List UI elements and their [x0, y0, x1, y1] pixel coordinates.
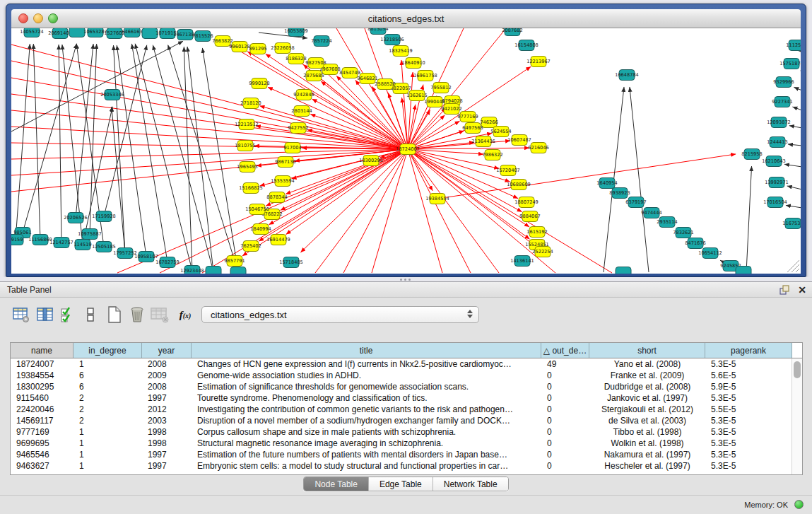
column-header-title[interactable]: title	[192, 343, 541, 358]
graph-node[interactable]: 15751874	[779, 59, 801, 69]
graph-node[interactable]: 9242848	[293, 90, 314, 100]
column-header-name[interactable]: name	[11, 343, 73, 358]
graph-node[interactable]: 13218506	[380, 35, 404, 45]
table-row[interactable]: 946554611997Estimation of the future num…	[11, 449, 802, 460]
graph-node[interactable]: 9990128	[249, 78, 269, 89]
graph-node[interactable]: 9646821	[357, 74, 377, 84]
graph-node[interactable]: 1112534	[786, 40, 801, 51]
graph-node[interactable]: 114519	[73, 240, 91, 250]
graph-node[interactable]	[616, 267, 631, 274]
function-builder-icon[interactable]: f(x)	[175, 305, 195, 325]
graph-node[interactable]: 1965493	[237, 162, 257, 173]
graph-node[interactable]: 9884067	[519, 211, 540, 222]
graph-node[interactable]: 16648784	[615, 70, 639, 81]
graph-node[interactable]: 2935114	[657, 217, 677, 228]
table-mode-icon[interactable]	[11, 305, 31, 325]
canvas-resize-grip[interactable]	[787, 260, 799, 272]
zoom-window-button[interactable]	[48, 13, 58, 23]
column-header-pagerank[interactable]: pagerank	[705, 343, 792, 358]
graph-node[interactable]: 7625402	[240, 241, 261, 252]
graph-node[interactable]: 16961758	[413, 71, 437, 81]
table-row[interactable]: 946362711997Embryonic stem cells: a mode…	[11, 460, 802, 472]
graph-node[interactable]: 1840994	[250, 224, 271, 235]
graph-node[interactable]: 8215958	[741, 149, 762, 160]
close-panel-icon[interactable]: ✕	[798, 284, 806, 296]
table-row[interactable]: 1456911722003Disruption of a novel membe…	[11, 415, 802, 426]
graph-node[interactable]	[206, 267, 221, 274]
graph-node[interactable]: 1810755	[235, 141, 255, 151]
graph-node[interactable]: 14055724	[20, 28, 44, 37]
delete-column-icon[interactable]	[127, 305, 147, 325]
delete-table-icon[interactable]	[150, 305, 170, 325]
graph-node[interactable]: 18300295	[359, 156, 383, 166]
graph-node[interactable]: 10654112	[698, 248, 722, 259]
column-header-in_degree[interactable]: in_degree	[73, 343, 142, 358]
graph-node[interactable]: 11156869	[28, 235, 52, 245]
graph-node[interactable]: 18807249	[514, 197, 539, 208]
graph-node[interactable]: 16154808	[514, 40, 539, 51]
graph-node[interactable]: 20053346	[100, 90, 124, 100]
graph-node[interactable]: 6379197	[625, 197, 646, 208]
graph-node[interactable]: 18325419	[389, 46, 413, 57]
graph-node[interactable]: 1244413	[767, 137, 787, 148]
graph-node[interactable]: 39159	[11, 235, 23, 245]
graph-node[interactable]: 15353594	[271, 176, 295, 187]
table-row[interactable]: 977716911998Corpus callosum shape and si…	[11, 426, 802, 438]
graph-node[interactable]: 8471676	[685, 238, 705, 249]
graph-node[interactable]: 17016504	[763, 197, 787, 208]
graph-node[interactable]: 9421022	[441, 104, 461, 115]
graph-node[interactable]: 16053809	[284, 28, 308, 37]
graph-node[interactable]: 8938923	[609, 188, 630, 199]
tab-edge-table[interactable]: Edge Table	[369, 477, 433, 491]
graph-node[interactable]: 8454749	[339, 68, 360, 78]
graph-node[interactable]: 14136141	[510, 256, 534, 267]
graph-node[interactable]: 16210643	[762, 156, 786, 167]
show-column-icon[interactable]	[35, 305, 55, 325]
table-row[interactable]: 1830029562008Estimation of significance …	[11, 381, 802, 392]
graph-node[interactable]: 9857791	[224, 256, 245, 267]
table-row[interactable]: 1938455462009Genome-wide association stu…	[11, 370, 802, 381]
graph-node[interactable]	[736, 267, 751, 274]
graph-node[interactable]: 1167531	[782, 218, 801, 229]
graph-node[interactable]: 6216046	[528, 143, 548, 153]
graph-node[interactable]: 2588520	[375, 79, 395, 90]
graph-node[interactable]: 2522254	[532, 247, 553, 257]
graph-node[interactable]: 2875685	[303, 71, 324, 81]
graph-node[interactable]: 23226058	[271, 43, 295, 54]
table-row[interactable]: 969969511998Structural magnetic resonanc…	[11, 438, 802, 449]
column-header-out_de[interactable]: △ out_de…	[541, 343, 589, 358]
graph-node[interactable]: 12505185	[92, 242, 116, 252]
table-row[interactable]: 1872400712008Changes of HCN gene express…	[11, 358, 802, 370]
graph-node[interactable]: 18640910	[401, 58, 425, 69]
graph-node[interactable]: 15720407	[496, 165, 520, 176]
tab-node-table[interactable]: Node Table	[304, 477, 369, 491]
graph-node[interactable]: 13992971	[765, 177, 789, 188]
graph-node[interactable]: 2087682	[502, 28, 522, 36]
graph-node[interactable]: 891295	[249, 44, 266, 54]
graph-node[interactable]: 1615192	[526, 227, 547, 238]
clear-selection-icon[interactable]	[81, 305, 100, 325]
graph-node[interactable]: 8878344	[266, 192, 287, 203]
table-row[interactable]: 2242004622012Investigating the contribut…	[11, 404, 802, 415]
graph-node[interactable]: 9227341	[772, 97, 792, 107]
graph-node[interactable]: 20691406	[48, 28, 72, 39]
graph-node[interactable]: 7832621	[673, 228, 693, 238]
graph-node[interactable]: 12142757	[49, 238, 73, 248]
graph-node[interactable]	[69, 28, 85, 37]
graph-node[interactable]: 5624554	[490, 127, 511, 137]
graph-node[interactable]: 12923448	[180, 266, 204, 274]
graph-node[interactable]: 9474444	[641, 208, 661, 218]
graph-node[interactable]: 7955812	[430, 83, 451, 93]
graph-node[interactable]: 1640954	[596, 178, 617, 189]
select-all-icon[interactable]	[58, 305, 78, 325]
scrollbar-thumb[interactable]	[794, 361, 801, 378]
graph-node[interactable]: 9329966	[773, 77, 794, 88]
minimize-window-button[interactable]	[33, 13, 43, 23]
graph-node[interactable]: 9427552	[288, 123, 308, 134]
graph-node[interactable]: 17957252	[113, 248, 137, 259]
graph-node[interactable]: 10688609	[507, 180, 531, 190]
graph-node[interactable]: 17159928	[92, 211, 116, 222]
graph-node[interactable]: 15718485	[279, 257, 303, 268]
graph-node[interactable]: 7986322	[482, 150, 502, 160]
graph-node[interactable]: 9827508	[305, 58, 326, 69]
